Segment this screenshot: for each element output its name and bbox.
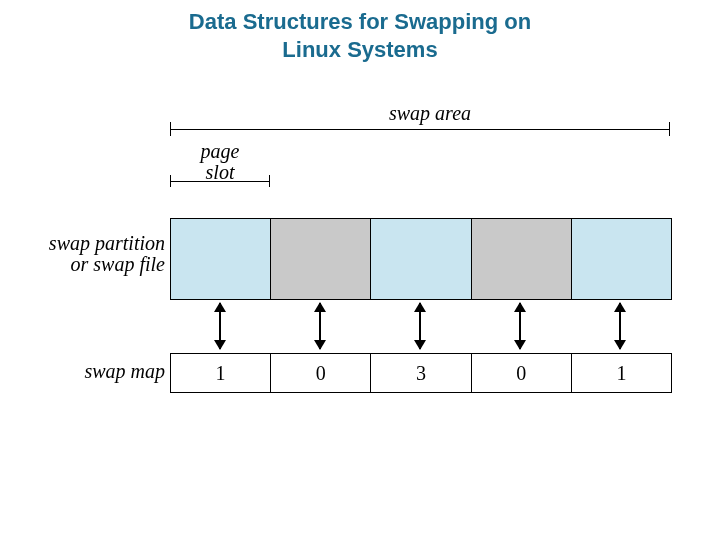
- slot-map-arrow-icon: [319, 303, 321, 349]
- page-title: Data Structures for Swapping on Linux Sy…: [0, 0, 720, 63]
- slot-map-arrow-icon: [419, 303, 421, 349]
- page-slot-bracket-left-tick: [170, 175, 171, 187]
- diagram-stage: swap area page slot swap partition or sw…: [0, 63, 720, 523]
- swap-area-bracket-left-tick: [170, 122, 171, 136]
- swap-partition-label-l2: or swap file: [71, 253, 165, 275]
- swap-map-cell: 0: [271, 354, 371, 392]
- slot-map-arrow-icon: [219, 303, 221, 349]
- title-line-1: Data Structures for Swapping on: [189, 9, 531, 34]
- swap-partition-row: [170, 218, 672, 300]
- swap-slot: [371, 219, 471, 299]
- swap-partition-label: swap partition or swap file: [35, 233, 165, 275]
- page-slot-label-l1: page: [201, 140, 240, 162]
- slot-map-arrow-icon: [619, 303, 621, 349]
- swap-area-bracket-right-tick: [669, 122, 670, 136]
- swap-area-bracket-line: [170, 129, 670, 130]
- swap-map-cell: 1: [171, 354, 271, 392]
- title-line-2: Linux Systems: [282, 37, 437, 62]
- swap-map-cell: 0: [472, 354, 572, 392]
- swap-slot: [271, 219, 371, 299]
- swap-slot: [171, 219, 271, 299]
- slot-map-arrow-icon: [519, 303, 521, 349]
- swap-map-cell: 3: [371, 354, 471, 392]
- swap-map-row: 1 0 3 0 1: [170, 353, 672, 393]
- page-slot-label: page slot: [185, 141, 255, 183]
- swap-map-cell: 1: [572, 354, 671, 392]
- swap-slot: [472, 219, 572, 299]
- swap-map-label: swap map: [55, 361, 165, 382]
- page-slot-bracket-right-tick: [269, 175, 270, 187]
- swap-area-label: swap area: [370, 103, 490, 124]
- swap-slot: [572, 219, 671, 299]
- swap-partition-label-l1: swap partition: [49, 232, 165, 254]
- page-slot-label-l2: slot: [206, 161, 235, 183]
